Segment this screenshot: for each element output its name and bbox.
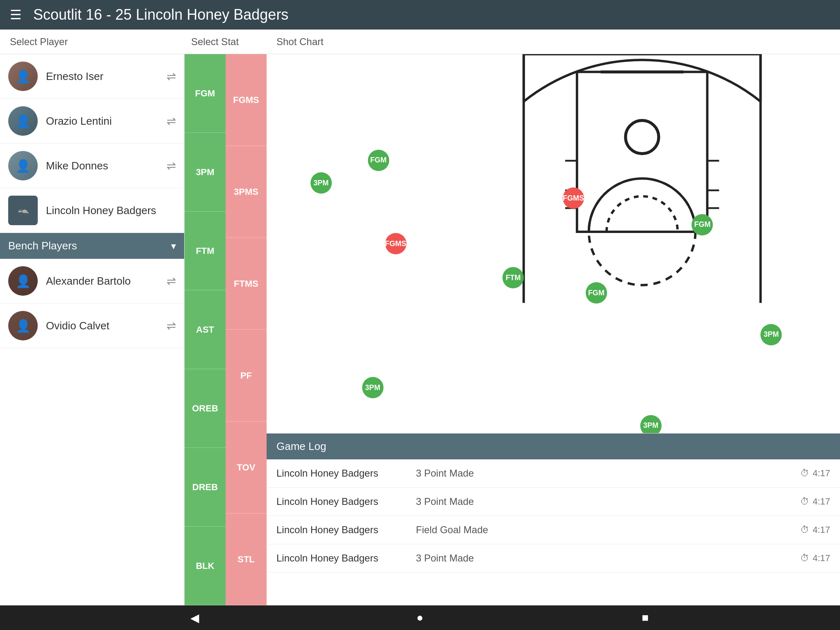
player-avatar: 👤	[8, 151, 38, 180]
shot-marker-s4[interactable]: FGMS	[385, 233, 406, 254]
bench-player-item-ovidio-calvet[interactable]: 👤 Ovidio Calvet ⇌	[0, 304, 184, 348]
swap-icon[interactable]: ⇌	[167, 319, 176, 333]
header-title: Scoutlit 16 - 25 Lincoln Honey Badgers	[33, 6, 288, 23]
log-action: 3 Point Made	[416, 496, 800, 507]
player-name: Orazio Lentini	[46, 115, 167, 128]
col-header-stat: Select Stat	[185, 36, 267, 48]
player-name: Ernesto Iser	[46, 70, 167, 83]
player-name: Mike Donnes	[46, 160, 167, 172]
log-team: Lincoln Honey Badgers	[276, 468, 416, 479]
log-team: Lincoln Honey Badgers	[276, 552, 416, 564]
clock-icon: ⏱	[800, 553, 809, 564]
player-item-mike-donnes[interactable]: 👤 Mike Donnes ⇌	[0, 144, 184, 188]
bench-player-name: Alexander Bartolo	[46, 275, 167, 288]
player-avatar: 👤	[8, 106, 38, 136]
game-log-item: Lincoln Honey Badgers 3 Point Made ⏱ 4:1…	[267, 488, 840, 516]
shot-marker-s6[interactable]: FTM	[502, 267, 524, 288]
stat-red-3pms[interactable]: 3PMS	[226, 146, 267, 238]
stat-red-tov[interactable]: TOV	[226, 422, 267, 514]
stat-col-red: FGMS3PMSFTMSPFTOVSTL	[226, 54, 267, 605]
stat-red-ftms[interactable]: FTMS	[226, 238, 267, 330]
shot-marker-s10[interactable]: 3PM	[640, 415, 662, 433]
game-log-section: Game Log Lincoln Honey Badgers 3 Point M…	[267, 433, 840, 605]
player-avatar: 👤	[8, 62, 38, 91]
stat-red-pf[interactable]: PF	[226, 330, 267, 422]
shot-marker-s1[interactable]: FGM	[368, 150, 389, 171]
log-time: ⏱ 4:17	[800, 525, 830, 535]
stat-red-stl[interactable]: STL	[226, 514, 267, 605]
swap-icon[interactable]: ⇌	[167, 114, 176, 128]
bench-header[interactable]: Bench Players ▾	[0, 233, 184, 259]
team-item[interactable]: 🦡 Lincoln Honey Badgers	[0, 188, 184, 233]
clock-icon: ⏱	[800, 525, 809, 535]
stat-green-oreb[interactable]: OREB	[185, 369, 226, 448]
bench-player-avatar: 👤	[8, 311, 38, 340]
bench-player-name: Ovidio Calvet	[46, 320, 167, 332]
main-layout: 👤 Ernesto Iser ⇌ 👤 Orazio Lentini ⇌ 👤 Mi…	[0, 54, 840, 605]
shot-marker-s3[interactable]: FGMS	[563, 187, 584, 209]
team-name: Lincoln Honey Badgers	[46, 204, 176, 217]
game-log-header: Game Log	[267, 434, 840, 459]
shot-marker-s2[interactable]: 3PM	[310, 172, 332, 194]
game-log-item: Lincoln Honey Badgers 3 Point Made ⏱ 4:1…	[267, 459, 840, 488]
log-action: Field Goal Made	[416, 524, 800, 536]
bench-player-item-alexander-bartolo[interactable]: 👤 Alexander Bartolo ⇌	[0, 259, 184, 304]
log-team: Lincoln Honey Badgers	[276, 496, 416, 507]
nav-back-button[interactable]: ◀	[185, 607, 205, 628]
shot-chart-area: FGM3PMFGMSFGMSFGMFTMFGM3PM3PM3PM	[267, 54, 840, 433]
stat-red-fgms[interactable]: FGMS	[226, 54, 267, 146]
bench-label: Bench Players	[8, 240, 171, 252]
stat-green-blk[interactable]: BLK	[185, 527, 226, 605]
swap-icon[interactable]: ⇌	[167, 70, 176, 83]
swap-icon[interactable]: ⇌	[167, 274, 176, 288]
player-item-ernesto-iser[interactable]: 👤 Ernesto Iser ⇌	[0, 54, 184, 99]
nav-home-button[interactable]: ●	[410, 607, 430, 628]
log-team: Lincoln Honey Badgers	[276, 524, 416, 536]
team-avatar: 🦡	[8, 196, 38, 225]
court-svg	[267, 54, 840, 433]
clock-icon: ⏱	[800, 496, 809, 507]
shot-marker-s8[interactable]: 3PM	[760, 324, 782, 345]
menu-icon[interactable]: ☰	[10, 7, 22, 23]
shot-marker-s7[interactable]: FGM	[586, 282, 607, 304]
bottom-nav: ◀ ● ■	[0, 605, 840, 630]
nav-recents-button[interactable]: ■	[635, 607, 655, 628]
log-time: ⏱ 4:17	[800, 468, 830, 479]
stat-col-green: FGM3PMFTMASTOREBDREBBLK	[185, 54, 226, 605]
log-action: 3 Point Made	[416, 552, 800, 564]
clock-icon: ⏱	[800, 468, 809, 479]
stat-green-fgm[interactable]: FGM	[185, 54, 226, 133]
log-action: 3 Point Made	[416, 468, 800, 479]
stat-columns: FGM3PMFTMASTOREBDREBBLK FGMS3PMSFTMSPFTO…	[185, 54, 267, 605]
swap-icon[interactable]: ⇌	[167, 159, 176, 173]
game-log-entries: Lincoln Honey Badgers 3 Point Made ⏱ 4:1…	[267, 459, 840, 573]
bench-chevron-icon: ▾	[171, 240, 176, 252]
game-log-item: Lincoln Honey Badgers 3 Point Made ⏱ 4:1…	[267, 544, 840, 573]
right-panel: FGM3PMFGMSFGMSFGMFTMFGM3PM3PM3PM Game Lo…	[267, 54, 840, 605]
player-list: 👤 Ernesto Iser ⇌ 👤 Orazio Lentini ⇌ 👤 Mi…	[0, 54, 185, 605]
stat-green-ftm[interactable]: FTM	[185, 212, 226, 290]
log-time: ⏱ 4:17	[800, 553, 830, 564]
shot-marker-s9[interactable]: 3PM	[362, 377, 383, 398]
stat-green-dreb[interactable]: DREB	[185, 448, 226, 527]
shot-marker-s5[interactable]: FGM	[692, 214, 713, 235]
col-header-shot: Shot Chart	[267, 36, 840, 48]
column-headers: Select Player Select Stat Shot Chart	[0, 30, 840, 54]
stat-green-3pm[interactable]: 3PM	[185, 133, 226, 212]
app-header: ☰ Scoutlit 16 - 25 Lincoln Honey Badgers	[0, 0, 840, 30]
bench-player-avatar: 👤	[8, 266, 38, 296]
log-time: ⏱ 4:17	[800, 496, 830, 507]
col-header-player: Select Player	[0, 36, 185, 48]
game-log-item: Lincoln Honey Badgers Field Goal Made ⏱ …	[267, 516, 840, 544]
player-item-orazio-lentini[interactable]: 👤 Orazio Lentini ⇌	[0, 99, 184, 144]
stat-green-ast[interactable]: AST	[185, 290, 226, 369]
